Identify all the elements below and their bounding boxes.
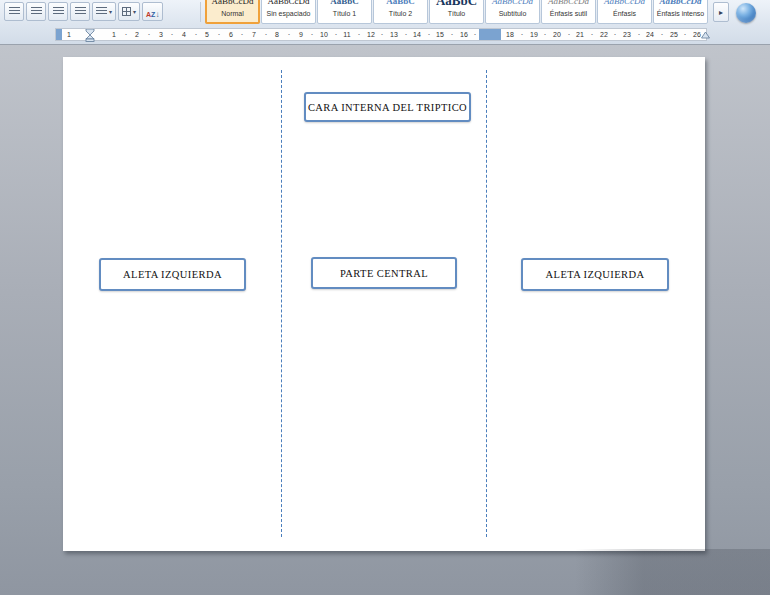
justify-button[interactable]: [70, 2, 90, 21]
ruler-number: 8: [275, 30, 279, 40]
style-label: Énfasis sutil: [542, 9, 595, 19]
ruler-number: 16: [460, 30, 468, 40]
ruler-tick: ·: [591, 29, 594, 40]
align-left-icon: [9, 7, 20, 16]
ruler-number: 25: [670, 30, 678, 40]
style-item-sin-espaciado[interactable]: AaBbCcDdSin espaciado: [261, 0, 316, 24]
borders-icon: [122, 7, 131, 16]
ruler-tick: ·: [241, 29, 244, 40]
ruler-tick: ·: [661, 29, 664, 40]
ruler-strip[interactable]: 1123456789101112131415161819202122232425…: [55, 28, 707, 41]
style-item-titulo-1[interactable]: AaBbCTítulo 1: [317, 0, 372, 24]
sort-button[interactable]: AZ↓: [142, 2, 163, 21]
ruler-number: 5: [205, 30, 209, 40]
ruler-number: 20: [553, 30, 561, 40]
style-label: Énfasis intenso: [654, 9, 707, 19]
ruler-number: 7: [252, 30, 256, 40]
style-preview: AaBbCcDd: [206, 0, 259, 9]
align-right-button[interactable]: [48, 2, 68, 21]
word-window: { "toolbar": { "paragraph_buttons": [ {"…: [0, 0, 770, 595]
style-item-titulo-2[interactable]: AaBbCTítulo 2: [373, 0, 428, 24]
align-center-button[interactable]: [26, 2, 46, 21]
ruler-tick: ·: [684, 29, 687, 40]
ruler-tick: ·: [521, 29, 524, 40]
ruler-number: 21: [576, 30, 584, 40]
ruler-number: 10: [320, 30, 328, 40]
align-right-icon: [53, 7, 64, 16]
ruler-number: 4: [182, 30, 186, 40]
style-preview: AaBbC: [430, 0, 483, 9]
ruler-tick: ·: [265, 29, 268, 40]
ruler-tick: ·: [544, 29, 547, 40]
ruler-tick: ·: [335, 29, 338, 40]
ruler-number: 1: [67, 30, 71, 40]
indent-marker[interactable]: [85, 29, 95, 42]
style-item-enfasis[interactable]: AaBbCcDdÉnfasis: [597, 0, 652, 24]
style-preview: AaBbC: [374, 0, 427, 9]
ruler-number: 23: [623, 30, 631, 40]
fold-line-right: [486, 70, 487, 537]
textbox-parte-central[interactable]: PARTE CENTRAL: [311, 257, 457, 289]
style-item-normal[interactable]: AaBbCcDdNormal: [205, 0, 260, 24]
textbox-aleta-derecha[interactable]: ALETA IZQUIERDA: [521, 258, 669, 291]
style-label: Énfasis: [598, 9, 651, 19]
ruler-number: 3: [159, 30, 163, 40]
document-page[interactable]: CARA INTERNA DEL TRIPTICO ALETA IZQUIERD…: [63, 57, 705, 551]
workspace: CARA INTERNA DEL TRIPTICO ALETA IZQUIERD…: [0, 45, 770, 595]
style-item-titulo[interactable]: AaBbCTítulo: [429, 0, 484, 24]
align-left-button[interactable]: [4, 2, 24, 21]
ruler-number: 24: [646, 30, 654, 40]
ruler-tick: ·: [171, 29, 174, 40]
ruler-tick: ·: [148, 29, 151, 40]
ruler-tick: ·: [568, 29, 571, 40]
ruler-number: 9: [299, 30, 303, 40]
style-preview: AaBbCcDd: [598, 0, 651, 9]
ruler-tick: ·: [405, 29, 408, 40]
ruler-tick: ·: [195, 29, 198, 40]
style-preview: AaBbCcDd: [262, 0, 315, 9]
style-label: Subtítulo: [486, 9, 539, 19]
style-preview: AaBbCcDd: [486, 0, 539, 9]
ruler-tick: ·: [474, 29, 477, 40]
style-preview: AaBbC: [318, 0, 371, 9]
ruler-number: 26: [693, 30, 701, 40]
ruler-number: 12: [367, 30, 375, 40]
line-spacing-button[interactable]: ▾: [92, 2, 116, 21]
right-indent-marker[interactable]: [701, 31, 710, 39]
help-globe-icon[interactable]: [736, 3, 756, 23]
justify-icon: [75, 7, 86, 16]
ruler-tick: ·: [614, 29, 617, 40]
style-label: Normal: [206, 9, 259, 19]
borders-button[interactable]: ▾: [118, 2, 140, 21]
ruler-number: 6: [229, 30, 233, 40]
style-label: Título: [430, 9, 483, 19]
style-item-enfasis-sutil[interactable]: AaBbCcDdÉnfasis sutil: [541, 0, 596, 24]
paragraph-group: ▾▾AZ↓: [4, 2, 163, 21]
toolbar-separator: [200, 2, 201, 22]
fold-line-left: [281, 70, 282, 537]
ruler-tick: ·: [451, 29, 454, 40]
style-item-enfasis-intenso[interactable]: AaBbCcDdÉnfasis intenso: [653, 0, 708, 24]
ruler-tick: ·: [288, 29, 291, 40]
sort-icon: AZ↓: [146, 3, 159, 21]
styles-gallery-more-button[interactable]: [713, 2, 729, 22]
ribbon: ▾▾AZ↓ AaBbCcDdNormalAaBbCcDdSin espaciad…: [0, 0, 770, 45]
dropdown-caret-icon: ▾: [133, 9, 136, 15]
style-label: Sin espaciado: [262, 9, 315, 19]
ruler-number: 19: [530, 30, 538, 40]
ruler-tick: ·: [428, 29, 431, 40]
textbox-aleta-izquierda[interactable]: ALETA IZQUIERDA: [99, 258, 246, 291]
ruler-number: 2: [135, 30, 139, 40]
style-label: Título 2: [374, 9, 427, 19]
ruler-number: 11: [343, 30, 350, 40]
style-preview: AaBbCcDd: [542, 0, 595, 9]
dropdown-caret-icon: ▾: [109, 9, 112, 15]
ruler-tick: ·: [638, 29, 641, 40]
style-label: Título 1: [318, 9, 371, 19]
style-item-subtitulo[interactable]: AaBbCcDdSubtítulo: [485, 0, 540, 24]
textbox-cara-interna[interactable]: CARA INTERNA DEL TRIPTICO: [304, 92, 471, 122]
ruler-number: 22: [600, 30, 608, 40]
style-preview: AaBbCcDd: [654, 0, 707, 9]
ruler-tick: ·: [125, 29, 128, 40]
ruler-column-gap-block: [479, 29, 501, 40]
